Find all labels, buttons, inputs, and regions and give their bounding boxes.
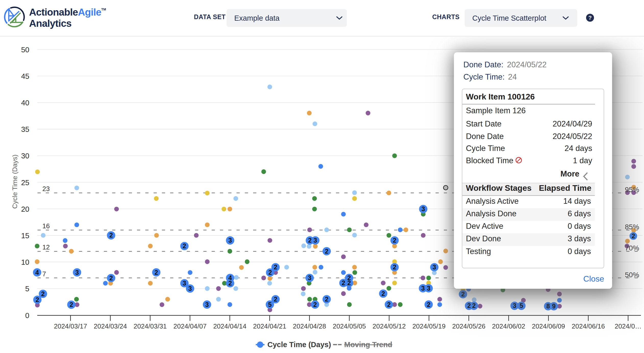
svg-text:Cycle Time: Cycle Time [466,144,505,153]
svg-text:70%: 70% [625,244,639,252]
svg-text:2: 2 [109,274,113,282]
svg-text:2: 2 [631,232,635,239]
svg-text:2: 2 [36,296,39,303]
svg-text:2024/05/22: 2024/05/22 [507,60,547,69]
svg-text:4: 4 [35,269,39,276]
svg-text:2: 2 [228,280,232,287]
svg-text:9: 9 [552,302,556,310]
svg-text:3: 3 [188,285,192,292]
svg-text:5: 5 [268,301,272,308]
svg-text:5: 5 [520,302,523,309]
svg-text:Done Date: Done Date [466,132,504,141]
svg-text:23: 23 [42,185,50,193]
svg-text:2024/04/29: 2024/04/29 [553,119,592,128]
svg-text:2: 2 [342,279,345,286]
svg-text:Moving Trend: Moving Trend [344,341,392,349]
svg-text:2: 2 [381,290,385,297]
svg-text:3: 3 [513,302,516,309]
svg-text:Done Date:: Done Date: [463,60,503,69]
svg-text:2024/05/05: 2024/05/05 [333,322,366,330]
svg-text:Work Item 100126: Work Item 100126 [466,92,535,101]
svg-text:Cycle Time (Days): Cycle Time (Days) [267,341,331,349]
svg-text:2: 2 [155,269,158,276]
svg-text:More: More [560,169,579,178]
svg-text:24 days: 24 days [564,144,592,153]
svg-text:Analysis Done: Analysis Done [466,209,516,218]
svg-text:25: 25 [21,179,29,187]
svg-text:3: 3 [308,274,312,281]
svg-text:2024/03/17: 2024/03/17 [54,322,87,330]
svg-text:2: 2 [461,291,465,298]
svg-text:8: 8 [546,302,550,310]
svg-text:2024/05/12: 2024/05/12 [373,322,406,330]
svg-text:3: 3 [421,285,425,292]
svg-text:2: 2 [274,263,277,271]
svg-text:16: 16 [42,222,50,230]
svg-text:3: 3 [228,237,232,244]
svg-text:2024/06/16: 2024/06/16 [572,322,605,330]
svg-text:5: 5 [25,285,29,293]
svg-text:45: 45 [21,72,29,80]
svg-text:2: 2 [387,301,391,308]
svg-text:20: 20 [21,205,29,213]
svg-text:2024/04/21: 2024/04/21 [253,322,286,330]
svg-text:2: 2 [41,290,45,297]
svg-text:35: 35 [21,125,29,133]
svg-text:2: 2 [70,301,73,308]
svg-text:2: 2 [308,237,312,244]
svg-text:2: 2 [325,248,328,255]
svg-text:2024/04/28: 2024/04/28 [293,322,326,330]
svg-text:2: 2 [467,302,471,309]
svg-text:2: 2 [274,296,277,303]
svg-text:3: 3 [205,301,209,308]
svg-text:14 days: 14 days [563,197,591,206]
svg-text:95%: 95% [625,186,639,194]
svg-text:2024/03/24: 2024/03/24 [94,322,127,330]
svg-text:2024/04/07: 2024/04/07 [174,322,207,330]
svg-text:3: 3 [427,285,430,292]
svg-text:Dev Active: Dev Active [466,222,503,231]
svg-text:2024/06/09: 2024/06/09 [532,322,565,330]
svg-text:3: 3 [183,280,186,287]
svg-text:2024/0…: 2024/0… [615,322,642,330]
svg-text:Blocked Time: Blocked Time [466,156,513,165]
svg-text:2: 2 [183,242,186,249]
svg-text:1 day: 1 day [573,156,592,165]
svg-text:Elapsed Time: Elapsed Time [539,183,591,193]
svg-text:2: 2 [393,263,396,271]
svg-text:2: 2 [313,301,317,308]
svg-text:2024/03/31: 2024/03/31 [133,322,167,330]
svg-text:3: 3 [422,205,425,212]
svg-text:40: 40 [21,99,29,107]
svg-text:3: 3 [432,263,436,271]
svg-text:2024/04/14: 2024/04/14 [213,322,246,330]
svg-text:Workflow Stages: Workflow Stages [466,183,531,193]
svg-text:2: 2 [268,269,272,276]
svg-text:Cycle Time (Days): Cycle Time (Days) [11,155,19,209]
svg-text:6 days: 6 days [568,209,591,218]
svg-text:2: 2 [325,296,328,303]
svg-text:2: 2 [472,302,476,309]
svg-text:0 days: 0 days [568,247,591,256]
svg-text:2: 2 [427,301,430,308]
svg-text:0 days: 0 days [568,222,591,231]
svg-text:0: 0 [25,311,29,320]
svg-text:Dev Done: Dev Done [466,234,501,243]
svg-text:2: 2 [347,279,351,286]
svg-text:2024/05/26: 2024/05/26 [452,322,485,330]
svg-text:Testing: Testing [466,247,491,256]
svg-text:24: 24 [508,72,517,81]
svg-text:2: 2 [393,237,396,244]
svg-text:2024/05/22: 2024/05/22 [553,132,592,141]
svg-text:50: 50 [21,46,29,54]
svg-text:Sample Item 126: Sample Item 126 [466,106,526,115]
svg-text:3: 3 [314,237,317,244]
svg-text:10: 10 [21,258,29,266]
svg-text:Cycle Time:: Cycle Time: [463,72,505,81]
svg-text:Close: Close [583,274,604,283]
svg-text:85%: 85% [625,223,639,231]
svg-text:2: 2 [109,232,113,239]
svg-text:Start Date: Start Date [466,119,502,128]
svg-text:7: 7 [42,270,46,278]
svg-text:3: 3 [75,269,79,276]
